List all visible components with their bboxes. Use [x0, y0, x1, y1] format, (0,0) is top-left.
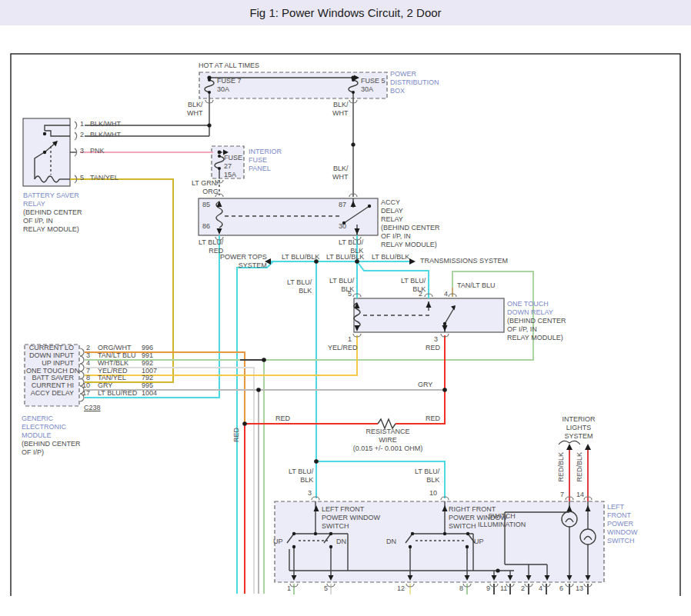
power-tops-label: POWER TOPS SYSTEM — [220, 253, 267, 270]
fuse5-rating: 30A — [361, 85, 373, 94]
hot-at-all-times-label: HOT AT ALL TIMES — [199, 62, 259, 70]
otd-p2: 2 — [419, 290, 422, 298]
lights-arrow-2 — [585, 444, 591, 450]
bpin-1: 1 — [287, 584, 291, 593]
sw-pin14-label: 14 — [576, 491, 584, 499]
battery-relay-loc1: (BEHIND CENTER — [23, 208, 82, 217]
blk-wht-label-1: BLK/ WHT — [187, 101, 203, 118]
resistance-wire-name: RESISTANCE WIRE — [360, 428, 416, 445]
rsw-dn-label: DN — [386, 538, 396, 546]
red-blk-label-2: RED/BLK — [576, 452, 584, 482]
accy-relay-name: ACCY DELAY RELAY — [381, 198, 403, 224]
tan-lt-blu-label: TAN/LT BLU — [457, 281, 496, 290]
accy-relay-loc3: RELAY MODULE) — [381, 241, 437, 249]
switch-assembly-name: LEFT FRONT POWER WINDOW SWITCH — [607, 503, 638, 545]
sw-pin7-label: 7 — [560, 491, 564, 499]
otd-relay-loc2: OF I/P, IN — [507, 325, 537, 334]
gem-wire-6: LT BLU/RED — [98, 389, 137, 398]
accy-p87: 87 — [339, 201, 346, 209]
blk-wht-label-2: BLK/ WHT — [332, 101, 349, 118]
lt-grn-org-label: LT GRN/ ORG — [192, 179, 219, 196]
accy-relay-loc1: (BEHIND CENTER — [381, 224, 440, 232]
battery-relay-loc3: RELAY MODULE) — [23, 225, 79, 234]
bat-pin5: 5 — [80, 174, 84, 182]
bus-wire-label-1: LT BLU/BLK — [282, 253, 319, 261]
wiring-diagram-page: Fig 1: Power Windows Circuit, 2 Door — [0, 0, 691, 616]
bpin-9: 9 — [486, 584, 490, 593]
sw-pin10-label: 10 — [429, 489, 437, 498]
accy-p30: 30 — [339, 222, 346, 231]
resistance-wire-spec: (0.015 +/- 0.001 OHM) — [352, 445, 423, 453]
sw-pin10-wire-label: LT BLU/ BLK — [415, 468, 439, 484]
red-label-right: RED — [426, 415, 440, 423]
lsw-up-label: UP — [273, 538, 283, 546]
transmissions-arrow — [409, 258, 416, 265]
pdb-name: POWER DISTRIBUTION BOX — [390, 70, 439, 95]
battery-relay-loc2: OF I/P, IN — [23, 217, 53, 225]
bpin-4: 4 — [539, 584, 542, 593]
bus-wire-label-2: LT BLU/BLK — [326, 253, 364, 261]
bat-pin3: 3 — [80, 147, 84, 155]
accy-delay-relay-box — [199, 198, 378, 235]
otd-relay-loc1: (BEHIND CENTER — [507, 317, 566, 325]
red-label-pin3: RED — [426, 344, 440, 352]
otd-p4: 4 — [444, 290, 448, 298]
fuse27-label: FUSE 27 15A — [224, 154, 242, 179]
gry-label: GRY — [418, 381, 432, 389]
bpin-2: 2 — [521, 584, 525, 593]
sw-pin3-label: 3 — [308, 489, 312, 498]
otd-p5: 5 — [348, 290, 352, 298]
bpin-12: 12 — [397, 584, 405, 593]
yel-red-label: YEL/RED — [328, 344, 358, 352]
bat-wire2: BLK/WHT — [90, 131, 121, 139]
bpin-8: 8 — [459, 584, 463, 593]
bat-wire3: PNK — [90, 147, 105, 155]
blk-wht-label-3: BLK/ WHT — [332, 165, 349, 181]
bat-wire5: TAN/YEL — [90, 174, 119, 182]
accy-p86: 86 — [202, 222, 210, 231]
red-label-vert: RED — [232, 428, 241, 442]
otd-p3: 3 — [434, 335, 438, 344]
lights-arrow-1 — [566, 444, 572, 450]
otd-relay-name: ONE TOUCH DOWN RELAY — [507, 300, 553, 317]
battery-saver-relay-box — [23, 118, 70, 186]
otd-p1: 1 — [348, 335, 352, 344]
left-switch-name: LEFT FRONT POWER WINDOW SWITCH — [322, 505, 380, 531]
bpin-13: 13 — [576, 584, 583, 593]
gem-location: (BEHIND CENTER OF I/P) — [22, 440, 81, 457]
gem-name: GENERIC ELECTRONIC MODULE — [22, 415, 66, 440]
red-label-left: RED — [275, 415, 290, 423]
transmissions-label: TRANSMISSIONS SYSTEM — [420, 257, 508, 265]
gem-connector-label: C238 — [84, 404, 101, 412]
gem-fn-6: ACCY DELAY — [26, 389, 74, 398]
switch-illumination-label: SWITCH ILLUMINATION — [478, 512, 526, 529]
interior-lights-name: INTERIOR LIGHTS SYSTEM — [554, 415, 603, 441]
accy-relay-loc2: OF I/P, IN — [381, 232, 411, 241]
bpin-6: 6 — [559, 584, 563, 593]
accy-p85: 85 — [202, 201, 210, 209]
bpin-5: 5 — [324, 584, 328, 593]
bat-pin1: 1 — [80, 120, 84, 128]
bat-wire1: BLK/WHT — [90, 120, 121, 128]
fuse7-rating: 30A — [217, 85, 229, 94]
sw-pin3-wire-label: LT BLU/ BLK — [289, 468, 313, 484]
otd-left-wire-label: LT BLU/ BLK — [287, 278, 312, 295]
wire-lt-blu-blk-left-drop — [237, 261, 273, 594]
gem-pin-6: 17 — [79, 389, 90, 398]
fuse7-label: FUSE 7 — [217, 77, 242, 85]
wire-wht-blk — [85, 368, 254, 594]
bat-pin2: 2 — [80, 131, 84, 139]
rsw-up-label: UP — [474, 538, 484, 546]
otd-relay-loc3: RELAY MODULE) — [507, 334, 563, 342]
bus-wire-label-3: LT BLU/BLK — [372, 253, 409, 261]
lsw-dn-label: DN — [336, 538, 346, 546]
battery-relay-name: BATTERY SAVER RELAY — [23, 191, 79, 208]
gem-ckt-6: 1004 — [142, 389, 157, 398]
fuse-panel-name: INTERIOR FUSE PANEL — [249, 148, 282, 173]
bpin-11: 11 — [500, 584, 507, 593]
fuse5-label: FUSE 5 — [361, 77, 386, 85]
red-blk-label-1: RED/BLK — [557, 452, 566, 482]
